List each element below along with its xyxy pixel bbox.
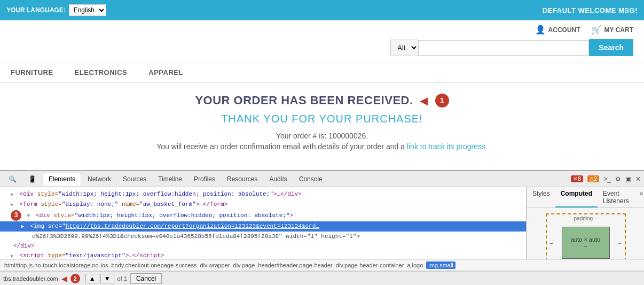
language-label: YOUR LANGUAGE: [6,6,66,14]
header-top: 👤 ACCOUNT 🛒 MY CART [11,25,633,35]
account-icon: 👤 [535,25,546,35]
order-received-row: YOUR ORDER HAS BEEN RECEIVED. ◀ 1 [11,94,633,107]
nav-apparel[interactable]: APPAREL [148,68,183,76]
order-received-title: YOUR ORDER HAS BEEN RECEIVED. [195,94,413,107]
header: 👤 ACCOUNT 🛒 MY CART All Search [0,20,644,63]
order-sub-text: You will receive an order confirmation e… [11,142,633,151]
cart-label: MY CART [604,26,633,34]
main-nav: FURNITURE ELECTRONICS APPAREL [0,63,644,83]
thank-you-message: THANK YOU FOR YOUR PURCHASE! [11,113,633,125]
arrow-icon: ◀ [420,94,428,107]
nav-electronics[interactable]: ELECTRONICS [75,68,128,76]
language-dropdown[interactable]: English [69,4,106,16]
order-number: Your order # is: 100000026. [11,132,633,140]
order-sub-label: You will receive an order confirmation e… [156,142,405,151]
search-category-dropdown[interactable]: All [390,40,418,56]
search-input[interactable] [418,40,589,56]
cart-link[interactable]: 🛒 MY CART [591,25,633,35]
account-label: ACCOUNT [548,26,580,34]
nav-furniture[interactable]: FURNITURE [11,68,53,76]
track-link[interactable]: link to track its progress. [407,142,488,151]
search-bar: All Search [11,39,633,56]
language-selector[interactable]: YOUR LANGUAGE: English [6,4,106,16]
welcome-message: DEFAULT WELCOME MSG! [543,6,638,14]
search-button[interactable]: Search [589,39,633,56]
top-bar: YOUR LANGUAGE: English DEFAULT WELCOME M… [0,0,644,20]
step-badge-1: 1 [435,94,449,107]
main-content: YOUR ORDER HAS BEEN RECEIVED. ◀ 1 THANK … [0,83,644,164]
account-link[interactable]: 👤 ACCOUNT [535,25,580,35]
cart-icon: 🛒 [591,25,602,35]
